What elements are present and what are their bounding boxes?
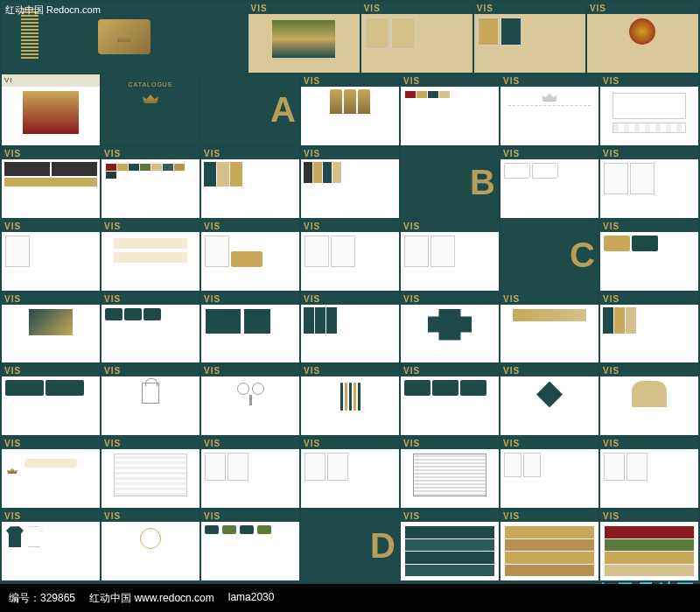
vis-cell: VIS [2,147,100,218]
vis-cell: VIS [500,510,598,580]
vis-cell: VIS [401,220,499,291]
vis-cell: VIS [401,510,499,580]
vis-cell: VIS [401,292,499,363]
vis-cell: VIS [2,437,100,508]
vis-cell: VIS [500,74,598,145]
vis-cell: VIS [587,2,698,73]
section-a: A [201,74,299,145]
vis-cell: VIS [201,220,299,291]
vis-cell: VIS [201,292,299,363]
vis-cell: VIS [401,364,499,435]
vis-cell: VIS [2,364,100,435]
vis-cell: VIS [361,2,472,73]
vis-cell: VIS [301,437,399,508]
section-b: B [401,147,499,218]
vis-cell: VIS [102,292,200,363]
vis-cell: VIS [600,220,698,291]
vis-cell: VIS [102,147,200,218]
vis-cell: VIS [102,510,200,580]
catalogue-cell: CATALOGUE [102,74,200,145]
vis-cell: VIS [201,510,299,580]
section-c: C [500,220,598,291]
id-label: 编号：329865 [9,591,75,605]
vis-cell: VIS [301,147,399,218]
author-label: lama2030 [228,591,275,605]
vis-cell: VIS [500,147,598,218]
vis-cell: VIS [474,2,585,73]
vis-cell: VIS [2,292,100,363]
vis-cell: VIS [301,220,399,291]
section-d: D [301,510,399,580]
vis-cell: VIS [102,364,200,435]
vis-cell: VIS [600,147,698,218]
vis-cell: VIS [600,510,698,580]
vis-cell: VIS [600,292,698,363]
vis-cell: VIS [301,74,399,145]
site-label: 红动中国 www.redocn.com [89,591,214,605]
vis-cell: VIS [401,74,499,145]
vis-cell: VIS [248,2,360,73]
vis-cell: VIS [600,74,698,145]
cell: VI [2,74,100,145]
vis-cell: VIS [201,364,299,435]
vis-cell: VIS [2,220,100,291]
vis-cell: VIS [500,292,598,363]
template-grid: VIS VIS VIS VIS VI CATALOGUE A VIS VIS V… [2,2,698,580]
vis-cell: VIS [500,364,598,435]
vis-cell: VIS [102,437,200,508]
vis-cell: VIS [301,364,399,435]
vis-cell: VIS [2,510,100,580]
watermark-top: 红动中国 Redocn.com [5,4,101,17]
vis-cell: VIS [500,437,598,508]
vis-cell: VIS [600,364,698,435]
vis-cell: VIS [600,437,698,508]
vis-cell: VIS [201,147,299,218]
vis-cell: VIS [102,220,200,291]
info-bar: 编号：329865 红动中国 www.redocn.com lama2030 [0,584,700,612]
vis-cell: VIS [301,292,399,363]
vis-cell: VIS [201,437,299,508]
vis-cell: VIS [401,437,499,508]
